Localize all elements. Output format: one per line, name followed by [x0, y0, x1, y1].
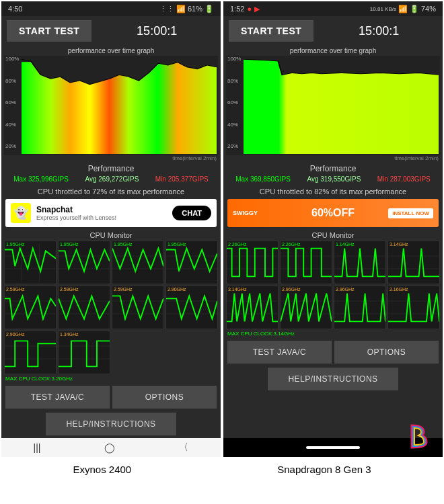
- status-bar: 4:50 ⋮⋮ 📶 61% 🔋: [1, 1, 221, 16]
- battery-text: 74%: [421, 5, 436, 13]
- performance-graph: 100% 80% 60% 40% 20%: [226, 56, 440, 155]
- throttle-text: CPU throttled to 72% of its max performa…: [1, 185, 221, 198]
- start-test-button[interactable]: START TEST: [229, 20, 313, 42]
- options-button[interactable]: OPTIONS: [334, 341, 439, 364]
- cpu-core-cell: 3.14GHz: [387, 241, 440, 284]
- stat-avg: Avg 319,550GIPS: [307, 175, 361, 183]
- options-button[interactable]: OPTIONS: [112, 386, 217, 409]
- cpu-monitor-heading: CPU Monitor: [1, 228, 221, 241]
- comparison-captions: Exynos 2400 Snapdragon 8 Gen 3: [0, 458, 444, 480]
- cpu-core-cell: 2.59GHz: [58, 286, 110, 329]
- start-test-button[interactable]: START TEST: [7, 20, 91, 42]
- ad-banner[interactable]: SWIGGY 60%OFF INSTALL NOW: [227, 199, 439, 227]
- cpu-core-cell: 2.90GHz: [4, 331, 57, 374]
- ad-banner[interactable]: 👻 Snapchat Express yourself with Lenses!…: [5, 199, 217, 227]
- stat-max: Max 369,850GIPS: [235, 175, 291, 183]
- max-cpu-clock: MAX CPU CLOCK:3.20GHz: [1, 374, 221, 383]
- cpu-core-cell: 1.95GHz: [4, 241, 57, 284]
- x-axis-label: time(interval 2min): [223, 155, 443, 161]
- y-axis-labels: 100% 80% 60% 40% 20%: [227, 56, 244, 155]
- cpu-core-cell: 1.34GHz: [58, 331, 110, 374]
- timer-display: 15:00:1: [98, 24, 215, 38]
- ad-cta-button[interactable]: CHAT: [172, 206, 211, 220]
- cpu-core-cell: 1.95GHz: [112, 241, 164, 284]
- cpu-core-cell: 1.95GHz: [58, 241, 110, 284]
- nav-bar: [223, 438, 443, 457]
- timer-display: 15:00:1: [320, 24, 437, 38]
- graph-title: performance over time graph: [223, 46, 443, 56]
- ad-title: Snapchat: [36, 205, 172, 214]
- status-time: 4:50: [8, 5, 22, 13]
- max-cpu-clock: MAX CPU CLOCK:3.14GHz: [223, 329, 443, 338]
- cpu-core-cell: 2.26GHz: [280, 241, 332, 284]
- nav-back-icon[interactable]: 〈: [179, 442, 188, 454]
- ad-brand: SWIGGY: [233, 210, 258, 216]
- cpu-core-cell: 2.96GHz: [334, 286, 386, 329]
- test-javac-button[interactable]: TEST JAVA/C: [227, 341, 332, 364]
- wifi-icon: ⋮⋮: [159, 5, 174, 13]
- net-speed: 10.81 KB/s: [370, 6, 396, 12]
- x-axis-label: time(interval 2min): [1, 155, 221, 161]
- performance-heading: Performance: [1, 164, 221, 173]
- cpu-core-cell: 3.14GHz: [226, 286, 279, 329]
- performance-graph: 100% 80% 60% 40% 20%: [4, 56, 218, 155]
- ad-subtitle: Express yourself with Lenses!: [36, 214, 172, 221]
- rec-icon: ●: [247, 5, 252, 13]
- signal-icon: 📶: [398, 5, 408, 13]
- stat-min: Min 287,003GIPS: [377, 175, 431, 183]
- throttle-text: CPU throttled to 82% of its max performa…: [223, 185, 443, 198]
- phone-exynos: 4:50 ⋮⋮ 📶 61% 🔋 START TEST 15:00:1 perfo…: [1, 1, 221, 457]
- cpu-core-cell: 1.14GHz: [334, 241, 386, 284]
- nav-recents-icon[interactable]: |||: [34, 442, 41, 453]
- cpu-core-cell: 2.90GHz: [165, 286, 218, 329]
- snapchat-icon: 👻: [11, 203, 31, 223]
- nav-bar: ||| ◯ 〈: [1, 438, 221, 457]
- cpu-monitor-heading: CPU Monitor: [223, 228, 443, 241]
- y-axis-labels: 100% 80% 60% 40% 20%: [5, 56, 22, 155]
- svg-rect-2: [5, 243, 56, 282]
- nav-home-icon[interactable]: ◯: [104, 442, 115, 453]
- signal-icon: 📶: [176, 5, 186, 13]
- cpu-core-cell: 2.96GHz: [280, 286, 332, 329]
- youtube-icon: ▶: [254, 5, 260, 13]
- cpu-monitor-grid: 2.26GHz 2.26GHz 1.14GHz 3.14GHz 3.14GHz …: [223, 241, 443, 329]
- status-bar: 1:52 ● ▶ 10.81 KB/s 📶 🔋 74%: [223, 1, 443, 16]
- cpu-core-cell: 2.26GHz: [226, 241, 279, 284]
- nav-home-pill[interactable]: [306, 446, 360, 449]
- cpu-core-cell: 2.59GHz: [112, 286, 164, 329]
- stat-avg: Avg 269,272GIPS: [85, 175, 139, 183]
- caption-right: Snapdragon 8 Gen 3: [277, 464, 371, 475]
- stat-min: Min 205,377GIPS: [155, 175, 209, 183]
- stat-max: Max 325,996GIPS: [13, 175, 69, 183]
- help-instructions-button[interactable]: HELP/INSTRUCTIONS: [268, 368, 398, 390]
- battery-icon: 🔋: [205, 5, 214, 13]
- status-time: 1:52 ● ▶: [230, 5, 260, 13]
- ad-main-text: 60%OFF: [311, 207, 355, 219]
- battery-icon: 🔋: [410, 5, 419, 13]
- status-icons: 10.81 KB/s 📶 🔋 74%: [370, 5, 436, 13]
- caption-left: Exynos 2400: [73, 464, 131, 475]
- cpu-core-cell: 2.16GHz: [387, 286, 440, 329]
- cpu-core-cell-empty: [112, 331, 164, 374]
- ad-cta-button[interactable]: INSTALL NOW: [388, 208, 433, 218]
- status-icons: ⋮⋮ 📶 61% 🔋: [159, 5, 214, 13]
- cpu-monitor-grid: 1.95GHz 1.95GHz 1.95GHz 1.95GHz 2.59GHz …: [1, 241, 221, 374]
- cpu-core-cell: 1.95GHz: [165, 241, 218, 284]
- cpu-core-cell: 2.59GHz: [4, 286, 57, 329]
- test-javac-button[interactable]: TEST JAVA/C: [5, 386, 110, 409]
- phone-snapdragon: 1:52 ● ▶ 10.81 KB/s 📶 🔋 74% START TEST 1…: [223, 1, 443, 457]
- graph-title: performance over time graph: [1, 46, 221, 56]
- performance-heading: Performance: [223, 164, 443, 173]
- cpu-core-cell-empty: [165, 331, 218, 374]
- help-instructions-button[interactable]: HELP/INSTRUCTIONS: [46, 413, 176, 435]
- battery-text: 61%: [188, 5, 202, 13]
